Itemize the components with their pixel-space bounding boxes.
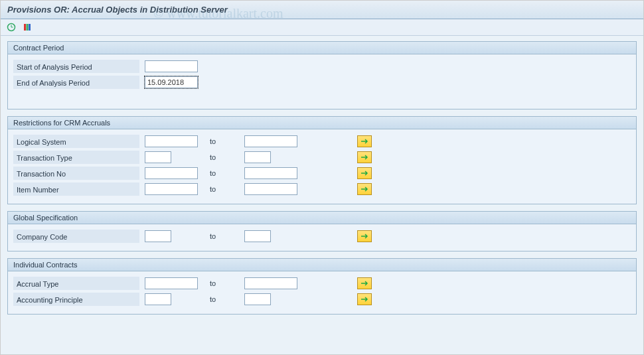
to-label: to: [204, 153, 244, 161]
company-code-label: Company Code: [13, 230, 139, 243]
execute-icon[interactable]: [6, 22, 17, 33]
start-analysis-input[interactable]: [145, 60, 198, 72]
accounting-principle-label: Accounting Principle: [13, 293, 139, 306]
group-header-global: Global Specification: [8, 212, 636, 224]
transaction-type-from[interactable]: [145, 151, 171, 163]
to-label: to: [204, 232, 244, 240]
transaction-type-multi-button[interactable]: [357, 151, 372, 163]
company-code-from[interactable]: [145, 230, 171, 242]
group-restrictions: Restrictions for CRM Accruals Logical Sy…: [7, 116, 637, 204]
logical-system-from[interactable]: [145, 135, 198, 147]
logical-system-to[interactable]: [244, 135, 297, 147]
content-area: Contract Period Start of Analysis Period…: [1, 36, 643, 326]
accounting-principle-from[interactable]: [145, 293, 171, 305]
end-analysis-label: End of Analysis Period: [13, 76, 139, 89]
accounting-principle-to[interactable]: [244, 293, 271, 305]
logical-system-multi-button[interactable]: [357, 135, 372, 147]
transaction-type-to[interactable]: [244, 151, 271, 163]
transaction-no-multi-button[interactable]: [357, 167, 372, 179]
toolbar: © www.tutorialkart.com: [1, 19, 643, 36]
accrual-type-label: Accrual Type: [13, 277, 139, 290]
to-label: to: [204, 279, 244, 287]
group-header-individual: Individual Contracts: [8, 259, 636, 271]
company-code-to[interactable]: [244, 230, 271, 242]
item-number-multi-button[interactable]: [357, 183, 372, 195]
svg-rect-3: [24, 24, 26, 31]
svg-rect-5: [29, 24, 31, 31]
variant-icon[interactable]: [22, 22, 33, 33]
group-header-restrictions: Restrictions for CRM Accruals: [8, 117, 636, 129]
to-label: to: [204, 137, 244, 145]
start-analysis-label: Start of Analysis Period: [13, 60, 139, 73]
to-label: to: [204, 295, 244, 303]
to-label: to: [204, 185, 244, 193]
transaction-no-from[interactable]: [145, 167, 198, 179]
svg-rect-4: [27, 24, 29, 31]
group-individual: Individual Contracts Accrual Type to Acc…: [7, 258, 637, 315]
accounting-principle-multi-button[interactable]: [357, 293, 372, 305]
item-number-to[interactable]: [244, 183, 297, 195]
item-number-from[interactable]: [145, 183, 198, 195]
transaction-type-label: Transaction Type: [13, 151, 139, 164]
group-contract-period: Contract Period Start of Analysis Period…: [7, 41, 637, 109]
accrual-type-multi-button[interactable]: [357, 277, 372, 289]
company-code-multi-button[interactable]: [357, 230, 372, 242]
logical-system-label: Logical System: [13, 135, 139, 148]
item-number-label: Item Number: [13, 182, 139, 196]
transaction-no-to[interactable]: [244, 167, 297, 179]
accrual-type-to[interactable]: [244, 277, 297, 289]
end-analysis-input[interactable]: [145, 76, 198, 88]
title-bar: Provisions OR: Accrual Objects in Distri…: [1, 1, 643, 19]
group-global: Global Specification Company Code to: [7, 211, 637, 251]
accrual-type-from[interactable]: [145, 277, 198, 289]
to-label: to: [204, 169, 244, 177]
transaction-no-label: Transaction No: [13, 167, 139, 180]
group-header-contract: Contract Period: [8, 42, 636, 54]
page-title: Provisions OR: Accrual Objects in Distri…: [7, 5, 228, 15]
